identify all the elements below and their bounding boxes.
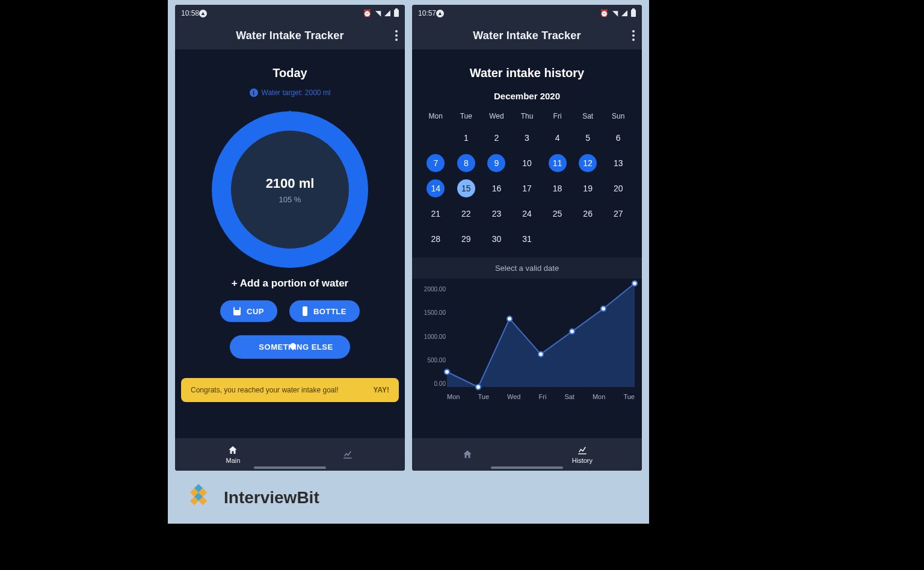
wifi-icon: ◥ xyxy=(612,9,618,17)
app-bar: Water Intake Tracker xyxy=(412,22,642,49)
overflow-menu-button[interactable] xyxy=(632,30,635,41)
water-target-row[interactable]: i Water target: 2000 ml xyxy=(175,88,405,97)
signal-icon xyxy=(621,10,627,16)
chart-icon xyxy=(342,449,354,460)
history-chart: 2000.001500.001000.00500.000.00 MonTueWe… xyxy=(416,282,638,403)
calendar-day[interactable]: 20 xyxy=(603,179,633,197)
calendar-dow: Sun xyxy=(603,112,633,120)
alarm-icon: ⏰ xyxy=(600,9,609,17)
calendar-day[interactable]: 6 xyxy=(603,129,633,147)
calendar-day[interactable]: 19 xyxy=(573,179,603,197)
status-icons: ⏰ ◥ xyxy=(600,9,636,17)
intake-progress-ring: 2100 ml 105 % xyxy=(212,111,368,268)
bottle-button[interactable]: BOTTLE xyxy=(289,300,360,322)
watermark-text: InterviewBit xyxy=(224,488,319,507)
svg-point-3 xyxy=(538,352,543,356)
stage: 10:58 ▲ ⏰ ◥ Water Intake Tracker Today i… xyxy=(168,0,649,524)
phone-main: 10:58 ▲ ⏰ ◥ Water Intake Tracker Today i… xyxy=(175,5,405,471)
chart-x-axis: MonTueWedFriSatMonTue xyxy=(447,393,635,400)
x-tick: Sat xyxy=(564,393,574,400)
svg-point-0 xyxy=(445,370,449,374)
cup-button[interactable]: CUP xyxy=(220,300,277,322)
nav-main-tab[interactable]: Main xyxy=(226,445,241,464)
nav-history-tab[interactable]: History xyxy=(572,445,593,464)
calendar-day[interactable]: 13 xyxy=(603,154,633,172)
calendar-day[interactable]: 10 xyxy=(512,154,543,172)
main-content: Today i Water target: 2000 ml 2100 ml 10… xyxy=(175,49,405,438)
calendar-day[interactable]: 21 xyxy=(420,205,451,223)
calendar-month: December 2020 xyxy=(412,91,642,101)
calendar-day[interactable]: 12 xyxy=(573,154,603,172)
home-icon xyxy=(461,449,473,460)
calendar-day[interactable]: 27 xyxy=(603,205,633,223)
goal-toast[interactable]: Congrats, you reached your water intake … xyxy=(181,378,399,402)
status-time: 10:57 xyxy=(418,9,436,17)
overflow-menu-button[interactable] xyxy=(395,30,398,41)
calendar-day[interactable]: 7 xyxy=(420,154,451,172)
history-heading: Water intake history xyxy=(412,66,642,80)
calendar-day[interactable]: 17 xyxy=(512,179,543,197)
app-title: Water Intake Tracker xyxy=(473,29,581,42)
calendar-day[interactable]: 3 xyxy=(512,129,543,147)
status-bar: 10:57 ▲ ⏰ ◥ xyxy=(412,5,642,22)
toast-action[interactable]: YAY! xyxy=(374,386,389,394)
calendar-dow: Wed xyxy=(481,112,512,120)
calendar-dow: Fri xyxy=(542,112,573,120)
cup-button-label: CUP xyxy=(247,307,264,316)
calendar-day[interactable]: 22 xyxy=(451,205,482,223)
watermark: InterviewBit xyxy=(180,482,319,513)
calendar-day[interactable]: 11 xyxy=(542,154,573,172)
bottom-nav: Main xyxy=(175,438,405,471)
calendar-day[interactable]: 16 xyxy=(481,179,512,197)
calendar-day[interactable]: 1 xyxy=(451,129,482,147)
svg-point-4 xyxy=(570,329,574,333)
calendar-day[interactable]: 14 xyxy=(420,179,451,197)
alarm-icon: ⏰ xyxy=(363,9,372,17)
calendar-day[interactable]: 28 xyxy=(420,230,451,248)
calendar-day[interactable]: 31 xyxy=(512,230,543,248)
calendar-day[interactable]: 24 xyxy=(512,205,543,223)
calendar-day[interactable]: 25 xyxy=(542,205,573,223)
calendar-day[interactable]: 29 xyxy=(451,230,482,248)
calendar-day[interactable]: 2 xyxy=(481,129,512,147)
wifi-icon: ◥ xyxy=(375,9,381,17)
phone-history: 10:57 ▲ ⏰ ◥ Water Intake Tracker Water i… xyxy=(412,5,642,471)
calendar-day[interactable]: 5 xyxy=(573,129,603,147)
calendar-dow: Tue xyxy=(451,112,482,120)
signal-icon xyxy=(384,10,390,16)
svg-point-2 xyxy=(507,316,512,321)
interviewbit-logo-icon xyxy=(180,482,217,513)
calendar-day[interactable]: 18 xyxy=(542,179,573,197)
nav-main-tab[interactable] xyxy=(461,449,473,460)
calendar-day[interactable]: 15 xyxy=(451,179,482,197)
calendar-day[interactable]: 30 xyxy=(481,230,512,248)
y-tick: 500.00 xyxy=(417,357,446,364)
today-heading: Today xyxy=(175,66,405,80)
calendar-grid: 1234567891011121314151617181920212223242… xyxy=(412,129,642,248)
x-tick: Fri xyxy=(539,393,547,400)
history-content: Water intake history December 2020 MonTu… xyxy=(412,49,642,438)
y-tick: 1000.00 xyxy=(417,333,446,340)
nav-history-label: History xyxy=(572,457,593,464)
home-icon xyxy=(227,445,239,456)
calendar-day[interactable]: 9 xyxy=(481,154,512,172)
svg-point-5 xyxy=(601,306,606,311)
something-else-button[interactable]: SOMETHING ELSE xyxy=(230,335,350,359)
status-bar: 10:58 ▲ ⏰ ◥ xyxy=(175,5,405,22)
water-target-text: Water target: 2000 ml xyxy=(262,88,331,97)
x-tick: Mon xyxy=(447,393,460,400)
toast-message: Congrats, you reached your water intake … xyxy=(191,386,338,394)
info-icon: i xyxy=(250,88,258,97)
chart-icon xyxy=(576,445,588,456)
calendar-dow: Sat xyxy=(573,112,603,120)
y-tick: 1500.00 xyxy=(417,309,446,316)
calendar-day[interactable]: 8 xyxy=(451,154,482,172)
calendar-day[interactable]: 26 xyxy=(573,205,603,223)
bottle-icon xyxy=(303,306,307,316)
calendar-dow-row: MonTueWedThuFriSatSun xyxy=(412,112,642,120)
status-icons: ⏰ ◥ xyxy=(363,9,399,17)
nav-history-tab[interactable] xyxy=(342,449,354,460)
calendar-day[interactable]: 4 xyxy=(542,129,573,147)
calendar-dow: Mon xyxy=(420,112,451,120)
calendar-day[interactable]: 23 xyxy=(481,205,512,223)
